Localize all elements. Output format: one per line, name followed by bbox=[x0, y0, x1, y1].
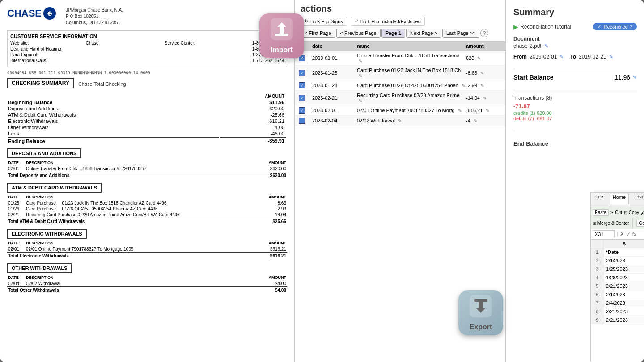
date-range-field: From 2019-02-01 ✎ To 2019-02-21 ✎ bbox=[513, 54, 637, 60]
cancel-formula-btn[interactable]: ✗ bbox=[620, 231, 624, 237]
elec-col-desc: DESCRIPTION bbox=[25, 240, 260, 246]
deposits-title: DEPOSITS AND ADDITIONS bbox=[7, 148, 81, 158]
customer-service-section: CUSTOMER SERVICE INFORMATION Web site: C… bbox=[7, 30, 287, 67]
atm-total-row: Total ATM & Debit Card Withdrawals $25.6… bbox=[7, 218, 287, 225]
format-painter-btn[interactable]: 🖌 Format Painter bbox=[641, 210, 644, 215]
tutorial-link[interactable]: ▶ Reconciliation tutorial bbox=[513, 23, 571, 30]
bank-statement-panel: CHASE ⊕ JPMorgan Chase Bank, N.A. P O Bo… bbox=[0, 0, 295, 362]
document-edit-icon[interactable]: ✎ bbox=[544, 43, 548, 49]
other-total-value: $4.00 bbox=[260, 287, 287, 294]
excel-row: 4 1/28/2023 -2.99 Card Purchase 01/26 Qt… bbox=[591, 274, 644, 282]
recon-checkbox[interactable] bbox=[299, 95, 305, 101]
start-balance-value: 11.96 bbox=[614, 74, 630, 81]
recon-amount: -2.99 ✎ bbox=[466, 83, 502, 88]
check-icon: ✓ bbox=[597, 24, 602, 29]
cell-reference[interactable] bbox=[593, 230, 615, 238]
paste-btn[interactable]: Paste bbox=[593, 209, 609, 216]
edit-icon[interactable]: ✎ bbox=[398, 118, 402, 123]
edit-amount-icon[interactable]: ✎ bbox=[480, 71, 484, 76]
excel-menu-home[interactable]: Home bbox=[610, 194, 629, 205]
edit-icon[interactable]: ✎ bbox=[359, 98, 362, 103]
bulk-flip-included-button[interactable]: ✓ Bulk Flip Included/Excluded bbox=[351, 17, 425, 26]
edit-amount-icon[interactable]: ✎ bbox=[486, 108, 489, 113]
recon-checkbox[interactable] bbox=[299, 118, 305, 124]
formula-bar-divider: | bbox=[617, 232, 618, 237]
col-a-header[interactable]: A bbox=[604, 240, 644, 248]
checking-summary-title: CHECKING SUMMARY bbox=[7, 78, 74, 88]
summary-divider-1 bbox=[513, 69, 637, 69]
excel-col-headers: A B C D E F G H bbox=[591, 240, 644, 248]
cut-btn[interactable]: ✂ Cut bbox=[610, 210, 622, 215]
excel-formula-bar: | ✗ ✓ fx bbox=[591, 229, 644, 240]
tutorial-row: ▶ Reconciliation tutorial ✓ Reconciled ? bbox=[513, 23, 637, 30]
start-balance-edit-icon[interactable]: ✎ bbox=[633, 75, 637, 80]
bank-full-name: JPMorgan Chase Bank, N.A. bbox=[66, 7, 123, 13]
edit-amount-icon[interactable]: ✎ bbox=[480, 83, 484, 88]
copy-btn[interactable]: ⊡ Copy bbox=[624, 210, 639, 215]
recon-checkbox[interactable] bbox=[299, 107, 305, 114]
bulk-flip-signs-label: Bulk Flip Signs bbox=[310, 19, 343, 24]
checking-summary-table: AMOUNT Beginning Balance$11.96 Deposits … bbox=[7, 93, 287, 145]
deposits-label: Deposits and Additions bbox=[8, 106, 219, 111]
help-icon[interactable]: ? bbox=[480, 29, 488, 37]
reconciled-badge: ✓ Reconciled ? bbox=[593, 23, 637, 30]
excel-row: 3 1/25/2023 -8.63 Card Purchase 01/23 Ja… bbox=[591, 265, 644, 274]
recon-date: 2023-02-04 bbox=[312, 118, 357, 123]
account-type: Chase Total Checking bbox=[78, 81, 126, 87]
from-edit-icon[interactable]: ✎ bbox=[559, 54, 564, 60]
bulk-flip-signs-button[interactable]: ↻ Bulk Flip Signs bbox=[301, 17, 347, 26]
atm-row: 02/21 Recurring Card Purchase 02/20 Amaz… bbox=[7, 212, 287, 218]
page-navigation: < First Page < Previous Page Page 1 Next… bbox=[301, 29, 500, 38]
excel-row: 1 *Date *Amount Payee Description Refere… bbox=[591, 248, 644, 257]
cs-website-value: Chase bbox=[86, 41, 99, 46]
deposits-total-value: $620.00 bbox=[260, 172, 287, 179]
recon-checkbox[interactable] bbox=[299, 82, 305, 88]
other-total-label: Total Other Withdrawals bbox=[7, 287, 260, 294]
excel-menu-insert[interactable]: Insert bbox=[632, 194, 644, 205]
bulk-flip-included-label: Bulk Flip Included/Excluded bbox=[360, 19, 421, 24]
cs-website-label: Web site: bbox=[10, 41, 29, 46]
number-format[interactable]: General bbox=[636, 220, 644, 227]
recon-checkbox[interactable] bbox=[299, 70, 305, 76]
elec-total-label: Total Electronic Withdrawals bbox=[7, 253, 260, 259]
confirm-formula-btn[interactable]: ✓ bbox=[626, 231, 631, 237]
edit-icon[interactable]: ✎ bbox=[359, 59, 362, 63]
page-1-button[interactable]: Page 1 bbox=[381, 29, 405, 38]
beginning-balance-label: Beginning Balance bbox=[8, 100, 219, 105]
cs-espanol-label: Para Espanol: bbox=[10, 52, 38, 57]
electronic-amount: -616.21 bbox=[220, 118, 286, 124]
edit-amount-icon[interactable]: ✎ bbox=[477, 56, 481, 61]
main-container: CHASE ⊕ JPMorgan Chase Bank, N.A. P O Bo… bbox=[0, 0, 644, 362]
excel-row: 7 2/4/2023 -4 02/02 Withdrawal bbox=[591, 299, 644, 307]
import-button[interactable]: Import bbox=[259, 13, 304, 58]
to-edit-icon[interactable]: ✎ bbox=[609, 54, 613, 60]
export-button[interactable]: Export bbox=[458, 290, 503, 335]
edit-icon[interactable]: ✎ bbox=[359, 73, 362, 78]
recon-row: 2023-01-25 Card Purchase 01/23 Jack IN T… bbox=[295, 66, 505, 80]
recon-date: 2023-01-25 bbox=[312, 70, 357, 76]
excel-menu-file[interactable]: File bbox=[593, 194, 606, 205]
fees-label: Fees bbox=[8, 131, 219, 136]
edit-icon[interactable]: ✎ bbox=[462, 83, 465, 88]
summary-title: Summary bbox=[513, 7, 637, 17]
first-page-button[interactable]: < First Page bbox=[301, 29, 335, 38]
recon-name: Card Purchase 01/23 Jack IN The Box 1518… bbox=[357, 67, 466, 78]
deposit-row: 02/01 Online Transfer From Chk ...1858 T… bbox=[7, 166, 287, 172]
excel-menu-bar: File Home Insert Page Layout Formulas Da… bbox=[591, 193, 644, 206]
next-page-button[interactable]: Next Page > bbox=[406, 29, 441, 38]
recon-name: 02/01 Online Payment 7901788327 To Mortg… bbox=[357, 108, 466, 113]
edit-icon[interactable]: ✎ bbox=[458, 108, 462, 113]
help-badge-icon[interactable]: ? bbox=[630, 24, 632, 29]
recon-date: 2023-02-01 bbox=[312, 55, 357, 61]
edit-amount-icon[interactable]: ✎ bbox=[483, 96, 487, 101]
excel-grid: A B C D E F G H 1 *Date *Amount Payee De… bbox=[591, 240, 644, 362]
insert-function-btn[interactable]: fx bbox=[632, 232, 636, 237]
other-title: OTHER WITHDRAWALS bbox=[7, 263, 72, 273]
previous-page-button[interactable]: < Previous Page bbox=[336, 29, 381, 38]
merge-center-btn[interactable]: ⊞ Merge & Center bbox=[593, 221, 629, 226]
cs-website-row: Web site: Chase Service Center: 1-800-93… bbox=[10, 41, 284, 46]
amount-header: AMOUNT bbox=[220, 94, 286, 99]
recon-row: 2023-02-04 02/02 Withdrawal ✎ -4 ✎ bbox=[295, 116, 505, 126]
edit-amount-icon[interactable]: ✎ bbox=[474, 118, 477, 123]
last-page-button[interactable]: Last Page >> bbox=[442, 29, 479, 38]
